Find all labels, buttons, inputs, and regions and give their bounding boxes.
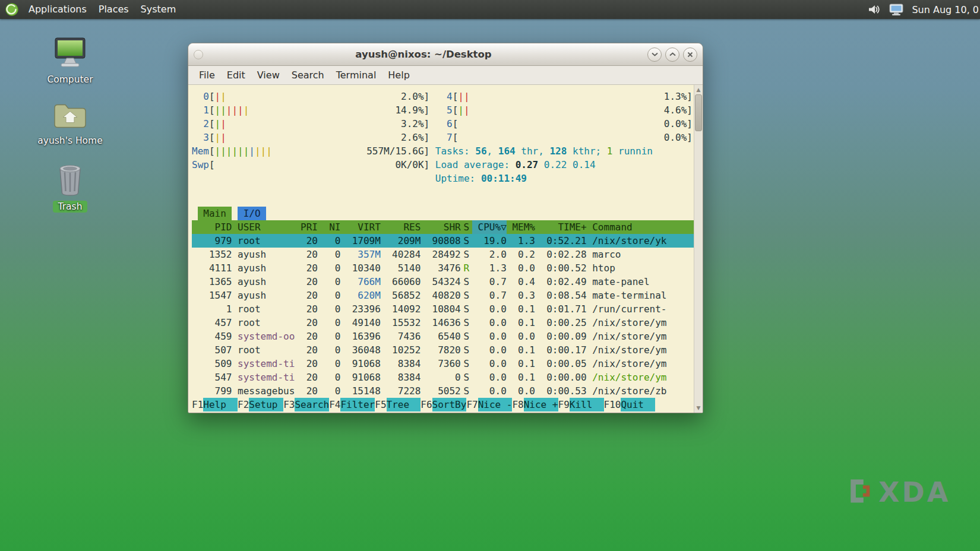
volume-icon[interactable] bbox=[868, 4, 880, 15]
fkey-f6[interactable]: F6SortBy bbox=[421, 398, 466, 411]
menu-terminal[interactable]: Terminal bbox=[330, 66, 382, 85]
process-row-1547[interactable]: 1547ayush200620M5685240820S0.70.30:08.54… bbox=[192, 289, 694, 302]
top-panel: Applications Places System Sun Aug 10, 0 bbox=[0, 0, 980, 19]
process-row-509[interactable]: 509systemd-ti2009106883847360S0.00.10:00… bbox=[192, 357, 694, 370]
meter-mem: Mem[||||||||||557M/15.6G] bbox=[192, 144, 429, 158]
fkey-f4[interactable]: F4Filter bbox=[329, 398, 375, 411]
column-header-time[interactable]: TIME+ bbox=[535, 220, 587, 234]
minimize-button[interactable] bbox=[647, 48, 662, 62]
process-table-header: PIDUSERPRINIVIRTRESSHRSCPU%▽MEM%TIME+Com… bbox=[192, 220, 694, 234]
fkey-f8[interactable]: F8Nice + bbox=[512, 398, 558, 411]
fkey-f3[interactable]: F3Search bbox=[283, 398, 329, 411]
process-table: 979root2001709M209M90808S19.01.30:52.21/… bbox=[192, 234, 694, 398]
window-menu-icon[interactable] bbox=[194, 50, 203, 59]
fkey-f9[interactable]: F9Kill bbox=[558, 398, 604, 411]
display-icon[interactable] bbox=[889, 3, 904, 16]
uptime-line: Uptime: 00:11:49 bbox=[435, 172, 693, 185]
menu-applications[interactable]: Applications bbox=[23, 0, 93, 19]
meter-6: 6[0.0%] bbox=[435, 117, 693, 131]
menu-view[interactable]: View bbox=[251, 66, 286, 85]
scrollbar-thumb[interactable] bbox=[695, 94, 702, 131]
process-row-457[interactable]: 457root200491401553214636S0.00.10:00.25/… bbox=[192, 316, 694, 330]
meter-5: 5[||4.6%] bbox=[435, 103, 693, 117]
process-row-547[interactable]: 547systemd-ti2009106883840S0.00.10:00.00… bbox=[192, 370, 694, 384]
close-button[interactable] bbox=[683, 48, 697, 62]
menu-edit[interactable]: Edit bbox=[221, 66, 251, 85]
meter-0: 0[||2.0%] bbox=[192, 90, 429, 103]
column-header-ni[interactable]: NI bbox=[318, 220, 341, 234]
titlebar[interactable]: ayush@nixos: ~/Desktop bbox=[188, 43, 703, 66]
process-row-979[interactable]: 979root2001709M209M90808S19.01.30:52.21/… bbox=[192, 234, 694, 248]
tab-main[interactable]: Main bbox=[198, 207, 232, 220]
distro-menu-icon[interactable] bbox=[5, 2, 19, 17]
maximize-button[interactable] bbox=[665, 48, 679, 62]
meter-1: 1[||||||14.9%] bbox=[192, 103, 429, 117]
menu-search[interactable]: Search bbox=[286, 66, 330, 85]
menu-help[interactable]: Help bbox=[382, 66, 415, 85]
meter-7: 7[0.0%] bbox=[435, 131, 693, 144]
desktop-icon-trash[interactable]: Trash bbox=[53, 164, 88, 213]
meter-4: 4[||1.3%] bbox=[435, 90, 693, 103]
terminal-menubar: File Edit View Search Terminal Help bbox=[188, 66, 703, 85]
clock[interactable]: Sun Aug 10, 0 bbox=[912, 4, 979, 15]
trash-icon bbox=[56, 164, 84, 198]
meter-2: 2[||3.2%] bbox=[192, 117, 429, 131]
column-header-shr[interactable]: SHR bbox=[421, 220, 460, 234]
menu-places[interactable]: Places bbox=[93, 0, 135, 19]
htop-screen: 0[||2.0%]1[||||||14.9%]2[||3.2%]3[||2.6%… bbox=[188, 85, 694, 413]
htop-tabs: Main I/O bbox=[192, 207, 694, 220]
scroll-down-icon[interactable]: ▼ bbox=[694, 404, 703, 412]
fkey-f5[interactable]: F5Tree bbox=[375, 398, 421, 411]
xda-logo-icon bbox=[848, 479, 873, 506]
terminal-window: ayush@nixos: ~/Desktop File Edit View Se… bbox=[188, 43, 703, 413]
process-row-1365[interactable]: 1365ayush200766M6606054324S0.70.40:02.49… bbox=[192, 275, 694, 289]
process-row-1[interactable]: 1root200233961409210804S0.00.10:01.71/ru… bbox=[192, 302, 694, 316]
home-folder-icon bbox=[53, 102, 87, 132]
window-title: ayush@nixos: ~/Desktop bbox=[203, 49, 644, 60]
fkey-f1[interactable]: F1Help bbox=[192, 398, 238, 411]
process-row-799[interactable]: 799messagebus2001514872285052S0.00.00:00… bbox=[192, 384, 694, 398]
htop-meters: 0[||2.0%]1[||||||14.9%]2[||3.2%]3[||2.6%… bbox=[192, 90, 694, 185]
terminal-content[interactable]: 0[||2.0%]1[||||||14.9%]2[||3.2%]3[||2.6%… bbox=[188, 85, 703, 413]
desktop-root: { "panel": { "menus": ["Applications", "… bbox=[0, 0, 980, 551]
column-header-pri[interactable]: PRI bbox=[295, 220, 318, 234]
process-row-507[interactable]: 507root20036048102527820S0.00.10:00.17/n… bbox=[192, 343, 694, 357]
column-header-virt[interactable]: VIRT bbox=[340, 220, 380, 234]
menu-file[interactable]: File bbox=[193, 66, 221, 85]
computer-icon bbox=[52, 37, 88, 71]
process-row-459[interactable]: 459systemd-oo2001639674366540S0.00.00:00… bbox=[192, 330, 694, 343]
column-header-user[interactable]: USER bbox=[232, 220, 295, 234]
home-label: ayush's Home bbox=[37, 135, 102, 147]
tab-io[interactable]: I/O bbox=[238, 207, 266, 220]
meter-3: 3[||2.6%] bbox=[192, 131, 429, 144]
process-row-1352[interactable]: 1352ayush200357M4028428492S2.00.20:02.28… bbox=[192, 248, 694, 261]
fkey-f2[interactable]: F2Setup bbox=[238, 398, 283, 411]
process-row-4111[interactable]: 4111ayush2001034051403476R1.30.00:00.52h… bbox=[192, 261, 694, 275]
column-header-s[interactable]: S bbox=[461, 220, 472, 234]
column-header-cmd[interactable]: Command bbox=[587, 220, 694, 234]
desktop-icon-computer[interactable]: Computer bbox=[47, 37, 93, 86]
tasks-line: Tasks: 56, 164 thr, 128 kthr; 1 runnin bbox=[435, 144, 693, 158]
function-key-bar: F1HelpF2SetupF3SearchF4FilterF5TreeF6Sor… bbox=[192, 398, 694, 411]
xda-watermark: XDA bbox=[848, 479, 950, 506]
scroll-up-icon[interactable]: ▲ bbox=[694, 86, 703, 94]
fkey-f7[interactable]: F7Nice - bbox=[466, 398, 512, 411]
load-average-line: Load average: 0.27 0.22 0.14 bbox=[435, 158, 693, 172]
menu-system[interactable]: System bbox=[135, 0, 182, 19]
column-header-mem[interactable]: MEM% bbox=[507, 220, 535, 234]
column-header-cpu[interactable]: CPU%▽ bbox=[472, 220, 507, 234]
meter-swp: Swp[0K/0K] bbox=[192, 158, 429, 172]
column-header-pid[interactable]: PID bbox=[192, 220, 232, 234]
desktop-icon-column: Computer ayush's Home Trash bbox=[33, 37, 107, 213]
fkey-f10[interactable]: F10Quit bbox=[604, 398, 656, 411]
trash-label: Trash bbox=[53, 201, 88, 213]
column-header-res[interactable]: RES bbox=[381, 220, 421, 234]
xda-text: XDA bbox=[878, 479, 950, 506]
computer-label: Computer bbox=[47, 74, 93, 86]
scrollbar[interactable]: ▲ ▼ bbox=[694, 85, 703, 413]
desktop-icon-home[interactable]: ayush's Home bbox=[37, 102, 102, 147]
